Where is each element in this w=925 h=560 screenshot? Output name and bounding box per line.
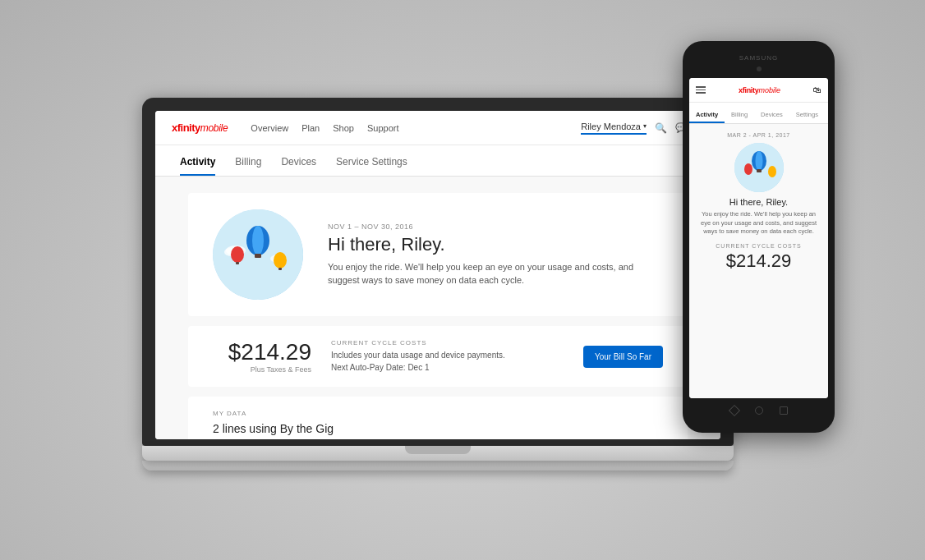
menu-line-2 (696, 90, 706, 91)
phone-tab-billing[interactable]: Billing (725, 108, 754, 123)
bill-so-far-button[interactable]: Your Bill So Far (583, 346, 663, 368)
scene: xfinitymobile Overview Plan Shop Support… (0, 0, 925, 560)
svg-point-13 (755, 151, 762, 171)
billing-description: Includes your data usage and device paym… (331, 349, 564, 361)
billing-details: CURRENT CYCLE COSTS Includes your data u… (331, 339, 564, 374)
phone-logo: xfinitymobile (739, 86, 780, 94)
phone-camera (757, 67, 762, 71)
laptop-logo: xfinitymobile (172, 122, 228, 134)
phone-recents-button[interactable] (780, 406, 788, 415)
svg-point-16 (768, 166, 776, 177)
tab-activity[interactable]: Activity (180, 156, 215, 176)
phone-home-button[interactable] (755, 406, 763, 415)
phone-device: SAMSUNG xfinitymobile 🛍 (683, 41, 835, 433)
phone-body: SAMSUNG xfinitymobile 🛍 (683, 41, 835, 433)
menu-line-1 (696, 86, 706, 88)
laptop-device: xfinitymobile Overview Plan Shop Support… (142, 98, 734, 470)
svg-point-5 (252, 226, 264, 255)
phone-balloon-wrap (697, 143, 820, 192)
phone-balloon-illustration (734, 143, 784, 192)
phone-tab-devices[interactable]: Devices (754, 108, 789, 123)
svg-point-7 (231, 246, 244, 263)
nav-user[interactable]: Riley Mendoza ▾ (581, 122, 647, 135)
billing-amount-number: $214.29 (213, 339, 311, 365)
hero-text: NOV 1 – NOV 30, 2016 Hi there, Riley. Yo… (328, 223, 663, 287)
phone-navbar: xfinitymobile 🛍 (689, 78, 828, 103)
svg-point-15 (744, 163, 752, 175)
laptop-content: NOV 1 – NOV 30, 2016 Hi there, Riley. Yo… (155, 177, 720, 439)
laptop-nav-links: Overview Plan Shop Support (251, 123, 564, 133)
phone-billing-amount: $214.29 (697, 250, 820, 272)
balloon-illustration (213, 209, 303, 300)
phone-tab-activity[interactable]: Activity (689, 108, 725, 123)
phone-date: MAR 2 - APR 1, 2017 (697, 132, 820, 138)
phone-tab-settings[interactable]: Settings (789, 108, 825, 123)
phone-content: MAR 2 - APR 1, 2017 (689, 124, 828, 398)
hamburger-icon[interactable] (696, 86, 706, 94)
laptop-screen: xfinitymobile Overview Plan Shop Support… (155, 111, 720, 439)
billing-section: $214.29 Plus Taxes & Fees CURRENT CYCLE … (188, 326, 688, 387)
svg-rect-8 (236, 262, 239, 264)
hero-subtitle: You enjoy the ride. We'll help you keep … (328, 260, 663, 287)
tab-service-settings[interactable]: Service Settings (336, 156, 407, 176)
phone-hero-subtitle: You enjoy the ride. We'll help you keep … (697, 210, 820, 236)
data-section-title: MY DATA (213, 410, 663, 417)
phone-back-button[interactable] (728, 405, 739, 416)
billing-autopay: Next Auto-Pay Date: Dec 1 (331, 361, 564, 374)
phone-home-bar (689, 406, 828, 418)
data-section-subtitle: 2 lines using By the Gig (213, 422, 663, 435)
balloon-svg (213, 209, 303, 300)
hero-title: Hi there, Riley. (328, 234, 663, 255)
hero-date: NOV 1 – NOV 30, 2016 (328, 223, 663, 231)
data-section: MY DATA 2 lines using By the Gig R J + (188, 397, 688, 439)
nav-plan[interactable]: Plan (301, 123, 320, 133)
laptop-screen-outer: xfinitymobile Overview Plan Shop Support… (142, 98, 734, 446)
nav-shop[interactable]: Shop (333, 123, 354, 133)
phone-hero-title: Hi there, Riley. (697, 197, 820, 207)
phone-screen: xfinitymobile 🛍 Activity Billing Devices… (689, 78, 828, 398)
billing-amount: $214.29 Plus Taxes & Fees (213, 339, 311, 374)
nav-username: Riley Mendoza (581, 122, 641, 131)
billing-amount-label: Plus Taxes & Fees (213, 365, 311, 374)
tab-billing[interactable]: Billing (235, 156, 261, 176)
search-icon[interactable]: 🔍 (655, 122, 667, 134)
laptop-base (142, 446, 734, 461)
tab-devices[interactable]: Devices (281, 156, 316, 176)
phone-cart-icon[interactable]: 🛍 (813, 85, 821, 94)
laptop-bottom-bar (142, 461, 734, 470)
phone-billing-title: CURRENT CYCLE COSTS (697, 243, 820, 249)
laptop-navbar: xfinitymobile Overview Plan Shop Support… (155, 111, 720, 145)
svg-rect-10 (278, 268, 282, 270)
phone-balloon-svg (734, 143, 784, 192)
svg-rect-14 (757, 169, 762, 172)
chevron-down-icon: ▾ (643, 122, 647, 130)
nav-support[interactable]: Support (367, 123, 399, 133)
laptop-notch (405, 446, 471, 454)
samsung-brand-label: SAMSUNG (689, 54, 828, 62)
phone-tabs: Activity Billing Devices Settings (689, 103, 828, 124)
laptop-tabs: Activity Billing Devices Service Setting… (155, 145, 720, 177)
billing-section-title: CURRENT CYCLE COSTS (331, 339, 564, 347)
menu-line-3 (696, 92, 706, 94)
hero-section: NOV 1 – NOV 30, 2016 Hi there, Riley. Yo… (188, 193, 688, 316)
nav-overview[interactable]: Overview (251, 123, 288, 133)
svg-point-9 (274, 252, 287, 269)
svg-rect-6 (255, 254, 261, 258)
